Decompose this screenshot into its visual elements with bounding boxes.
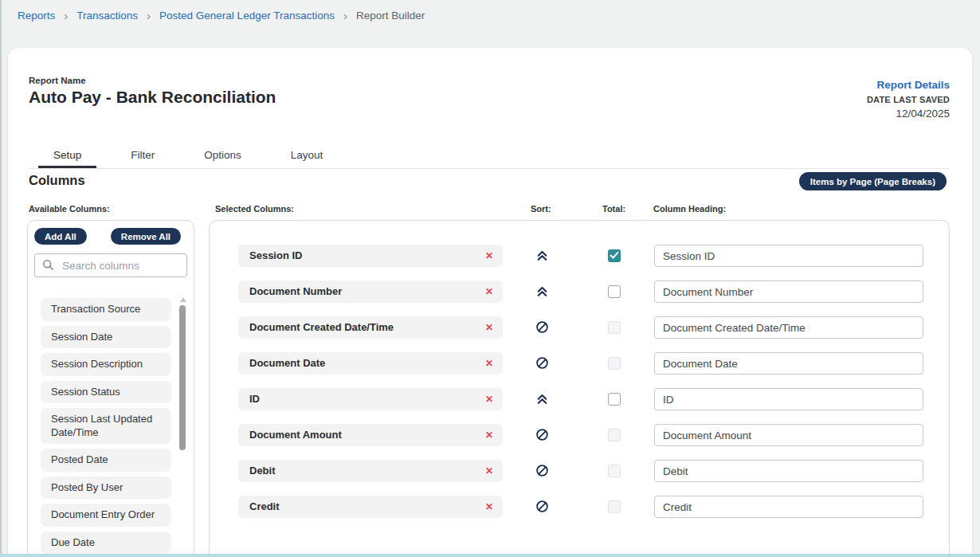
column-heading-input[interactable] <box>654 352 923 375</box>
column-heading-label: Column Heading: <box>653 204 726 214</box>
selected-column-chip[interactable]: Document Date ✕ <box>238 352 503 375</box>
breadcrumb-link-posted-gl-transactions[interactable]: Posted General Ledger Transactions <box>159 10 335 22</box>
total-label: Total: <box>602 204 625 214</box>
available-columns-panel: Add All Remove All Transaction Source Se… <box>27 220 194 557</box>
total-checkbox[interactable] <box>608 249 621 262</box>
report-details-link[interactable]: Report Details <box>867 79 950 91</box>
table-row: Session ID ✕ <box>210 245 949 267</box>
report-builder-card: Report Name Auto Pay - Bank Reconciliati… <box>8 48 972 557</box>
list-item[interactable]: Session Date <box>41 326 171 349</box>
selected-column-label: Document Number <box>249 280 342 303</box>
total-checkbox[interactable] <box>608 393 621 406</box>
selected-column-chip[interactable]: ID ✕ <box>238 388 503 410</box>
tab-setup[interactable]: Setup <box>38 142 96 168</box>
tab-filter[interactable]: Filter <box>116 142 170 168</box>
search-columns-box <box>34 253 187 277</box>
total-checkbox <box>608 357 621 370</box>
sort-double-chevron-up-icon[interactable] <box>535 249 549 262</box>
list-item[interactable]: Transaction Source <box>41 298 171 321</box>
table-row: Debit ✕ <box>210 460 949 482</box>
column-heading-input[interactable] <box>654 280 923 303</box>
date-last-saved-label: DATE LAST SAVED <box>867 95 950 104</box>
breadcrumb-link-reports[interactable]: Reports <box>18 10 55 22</box>
no-sort-icon <box>535 464 549 477</box>
report-name-label: Report Name <box>29 76 86 85</box>
selected-column-chip[interactable]: Session ID ✕ <box>238 245 503 267</box>
column-heading-input[interactable] <box>654 316 923 339</box>
table-row: Document Date ✕ <box>210 352 949 375</box>
remove-column-icon[interactable]: ✕ <box>485 352 493 375</box>
selected-column-chip[interactable]: Document Created Date/Time ✕ <box>238 316 503 339</box>
list-item[interactable]: Session Status <box>41 381 171 404</box>
breadcrumb-current: Report Builder <box>356 10 425 22</box>
selected-column-label: Credit <box>249 496 280 518</box>
total-checkbox <box>608 465 621 477</box>
selected-column-label: Document Date <box>249 352 325 375</box>
list-item[interactable]: Due Date <box>41 532 171 555</box>
selected-column-chip[interactable]: Debit ✕ <box>238 460 503 482</box>
breadcrumb-link-transactions[interactable]: Transactions <box>76 10 138 22</box>
breadcrumb-chevron-icon: › <box>147 10 151 21</box>
remove-column-icon[interactable]: ✕ <box>485 388 493 410</box>
sort-label: Sort: <box>531 204 551 214</box>
remove-column-icon[interactable]: ✕ <box>485 460 493 482</box>
available-columns-list: Transaction Source Session Date Session … <box>41 298 171 554</box>
selected-column-label: Document Amount <box>249 424 342 446</box>
table-row: Credit ✕ <box>210 496 949 518</box>
date-last-saved-value: 12/04/2025 <box>867 108 950 120</box>
selected-column-label: ID <box>249 388 260 410</box>
list-item[interactable]: Session Description <box>41 353 171 376</box>
list-item[interactable]: Posted By User <box>41 477 171 500</box>
column-heading-input[interactable] <box>654 460 923 482</box>
selected-column-label: Document Created Date/Time <box>249 316 394 339</box>
remove-column-icon[interactable]: ✕ <box>485 316 493 339</box>
list-item[interactable]: Posted Date <box>41 449 171 472</box>
column-heading-input[interactable] <box>654 245 923 267</box>
sort-double-chevron-up-icon[interactable] <box>535 284 549 298</box>
scrollbar[interactable] <box>179 297 186 557</box>
selected-columns-label: Selected Columns: <box>215 204 294 214</box>
bottom-accent-bar <box>0 554 980 557</box>
list-item[interactable]: Session Last Updated Date/Time <box>41 408 171 444</box>
column-heading-input[interactable] <box>654 496 923 518</box>
columns-section-title: Columns <box>29 173 85 188</box>
scrollbar-up-arrow-icon[interactable] <box>180 297 186 302</box>
selected-column-label: Debit <box>249 460 276 482</box>
table-row: Document Number ✕ <box>210 280 949 303</box>
total-checkbox <box>608 500 621 513</box>
table-row: ID ✕ <box>210 388 949 410</box>
selected-column-chip[interactable]: Document Amount ✕ <box>238 424 503 446</box>
breadcrumb-chevron-icon: › <box>64 10 68 21</box>
remove-column-icon[interactable]: ✕ <box>485 424 493 446</box>
breadcrumb-chevron-icon: › <box>343 10 347 21</box>
tab-layout[interactable]: Layout <box>276 142 339 168</box>
remove-column-icon[interactable]: ✕ <box>485 245 493 267</box>
column-heading-input[interactable] <box>654 424 923 446</box>
breadcrumb: Reports › Transactions › Posted General … <box>18 10 425 22</box>
table-row: Document Created Date/Time ✕ <box>210 316 949 339</box>
report-meta: Report Details DATE LAST SAVED 12/04/202… <box>867 79 950 120</box>
remove-all-button[interactable]: Remove All <box>111 228 181 245</box>
total-checkbox <box>608 429 621 441</box>
remove-column-icon[interactable]: ✕ <box>485 496 493 518</box>
page-title: Auto Pay - Bank Reconciliation <box>29 88 276 107</box>
no-sort-icon <box>535 320 549 334</box>
items-by-page-button[interactable]: Items by Page (Page Breaks) <box>799 172 947 190</box>
no-sort-icon <box>535 500 549 513</box>
column-heading-input[interactable] <box>654 388 923 410</box>
selected-columns-panel: Session ID ✕ Document Number ✕ <box>209 220 950 557</box>
search-input[interactable] <box>61 255 183 276</box>
tab-options[interactable]: Options <box>189 142 257 168</box>
no-sort-icon <box>535 356 549 370</box>
add-all-button[interactable]: Add All <box>34 228 87 245</box>
list-item[interactable]: Document Entry Order <box>41 504 171 527</box>
report-builder-page: Reports › Transactions › Posted General … <box>0 0 980 557</box>
table-row: Document Amount ✕ <box>210 424 949 446</box>
total-checkbox[interactable] <box>608 285 621 298</box>
selected-column-chip[interactable]: Credit ✕ <box>238 496 503 518</box>
scrollbar-thumb[interactable] <box>179 305 186 450</box>
no-sort-icon <box>535 428 549 441</box>
selected-column-chip[interactable]: Document Number ✕ <box>238 280 503 303</box>
remove-column-icon[interactable]: ✕ <box>485 280 493 303</box>
sort-double-chevron-up-icon[interactable] <box>535 392 549 406</box>
